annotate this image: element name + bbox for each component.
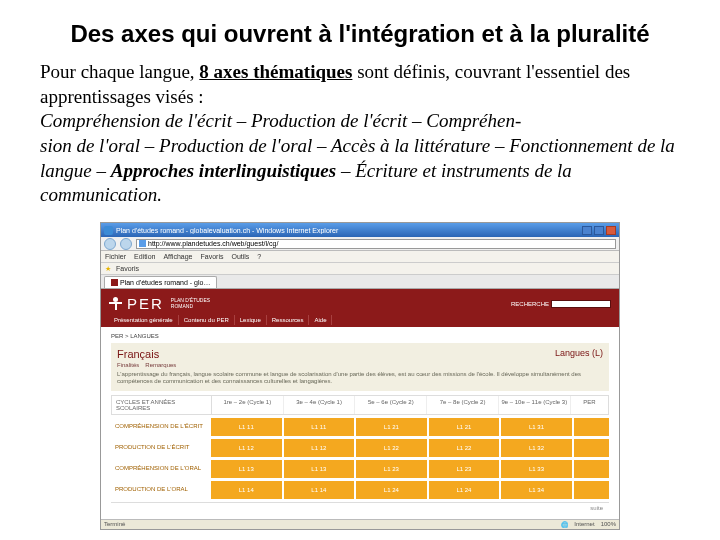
axis-cell[interactable]: L1 22 <box>356 439 427 457</box>
menu-edition[interactable]: Edition <box>134 253 155 260</box>
ie-icon <box>104 226 113 235</box>
window-title-bar: Plan d'études romand - globalevaluation.… <box>101 223 619 237</box>
axis-cell[interactable]: L1 21 <box>356 418 427 436</box>
back-button[interactable] <box>104 238 116 250</box>
axis-cell[interactable]: L1 13 <box>211 460 282 478</box>
svg-rect-0 <box>139 240 146 247</box>
embedded-browser-screenshot: Plan d'études romand - globalevaluation.… <box>100 222 620 529</box>
search-input[interactable] <box>551 300 611 308</box>
axis-cell[interactable]: L1 13 <box>284 460 355 478</box>
axis-cell[interactable]: L1 32 <box>501 439 572 457</box>
cycle-col-4: 7e – 8e (Cycle 2) <box>427 396 499 414</box>
globe-icon: 🌐 <box>561 521 568 528</box>
tab-label: Plan d'études romand - glo… <box>120 279 210 286</box>
minimize-button[interactable] <box>582 226 592 235</box>
axis-cell[interactable]: L1 12 <box>211 439 282 457</box>
axis-cell[interactable] <box>574 439 609 457</box>
axis-cell[interactable]: L1 34 <box>501 481 572 499</box>
zoom-level[interactable]: 100% <box>601 521 616 527</box>
axis-label: Production de l'oral <box>111 481 211 499</box>
window-title: Plan d'études romand - globalevaluation.… <box>116 227 582 234</box>
status-left: Terminé <box>104 521 125 527</box>
nav-aide[interactable]: Aide <box>309 315 332 325</box>
axis-cell[interactable] <box>574 418 609 436</box>
axis-cell[interactable] <box>574 460 609 478</box>
favorites-label[interactable]: Favoris <box>116 265 139 272</box>
cycle-col-1: 1re – 2e (Cycle 1) <box>212 396 284 414</box>
person-icon <box>109 297 123 311</box>
axis-cell[interactable]: L1 12 <box>284 439 355 457</box>
cycle-col-5: 9e – 10e – 11e (Cycle 3) <box>499 396 571 414</box>
axis-cell[interactable]: L1 23 <box>356 460 427 478</box>
menu-affichage[interactable]: Affichage <box>163 253 192 260</box>
sublink-remarques[interactable]: Remarques <box>145 362 176 368</box>
tab-favicon <box>111 279 118 286</box>
slide-title: Des axes qui ouvrent à l'intégration et … <box>40 20 680 48</box>
cycle-col-3: 5e – 6e (Cycle 2) <box>355 396 427 414</box>
nav-contenu[interactable]: Contenu du PER <box>179 315 235 325</box>
menu-help[interactable]: ? <box>257 253 261 260</box>
axis-cell[interactable]: L1 11 <box>211 418 282 436</box>
favorites-bar: ★ Favoris <box>101 263 619 275</box>
axis-cell[interactable]: L1 11 <box>284 418 355 436</box>
para-bold: 8 axes thématiques <box>199 61 352 82</box>
page-body: PER > LANGUES Français Langues (L) Final… <box>101 327 619 518</box>
axis-cell[interactable]: L1 33 <box>501 460 572 478</box>
page-footer-note: suite <box>111 502 609 513</box>
maximize-button[interactable] <box>594 226 604 235</box>
axis-label: Compréhension de l'oral <box>111 460 211 478</box>
axis-cell[interactable]: L1 24 <box>429 481 500 499</box>
breadcrumb: PER > LANGUES <box>111 333 609 339</box>
nav-presentation[interactable]: Présentation générale <box>109 315 179 325</box>
axes-grid: Compréhension de l'écrit L1 11 L1 11 L1 … <box>111 418 609 499</box>
search-label: RECHERCHE <box>511 301 549 307</box>
para-lead: Pour chaque langue, <box>40 61 199 82</box>
themes-1: Compréhension de l'écrit – Production de… <box>40 110 521 131</box>
axis-row: Production de l'écrit L1 12 L1 12 L1 22 … <box>111 439 609 457</box>
menu-bar: Fichier Edition Affichage Favoris Outils… <box>101 251 619 263</box>
themes-bold: Approches interlinguistiques <box>111 160 336 181</box>
close-button[interactable] <box>606 226 616 235</box>
axis-row: Compréhension de l'oral L1 13 L1 13 L1 2… <box>111 460 609 478</box>
cycle-col-2: 3e – 4e (Cycle 1) <box>284 396 356 414</box>
axis-cell[interactable]: L1 21 <box>429 418 500 436</box>
url-text: http://www.plandetudes.ch/web/guest/l/cg… <box>148 240 278 247</box>
nav-ressources[interactable]: Ressources <box>267 315 310 325</box>
favorites-star-icon[interactable]: ★ <box>105 265 111 273</box>
browser-toolbar: http://www.plandetudes.ch/web/guest/l/cg… <box>101 237 619 251</box>
search-box: RECHERCHE <box>511 300 611 308</box>
status-zone: Internet <box>574 521 594 527</box>
site-logo[interactable]: PER PLAN D'ÉTUDESROMAND <box>109 295 210 312</box>
domain-description: L'apprentissage du français, langue scol… <box>117 371 603 385</box>
menu-outils[interactable]: Outils <box>231 253 249 260</box>
axis-cell[interactable] <box>574 481 609 499</box>
menu-fichier[interactable]: Fichier <box>105 253 126 260</box>
axis-cell[interactable]: L1 14 <box>211 481 282 499</box>
axis-label: Compréhension de l'écrit <box>111 418 211 436</box>
axis-cell[interactable]: L1 23 <box>429 460 500 478</box>
browser-status-bar: Terminé 🌐 Internet 100% <box>101 519 619 529</box>
cycle-label: Cycles et années scolaires <box>112 396 212 414</box>
axis-cell[interactable]: L1 14 <box>284 481 355 499</box>
axis-cell[interactable]: L1 24 <box>356 481 427 499</box>
site-header: PER PLAN D'ÉTUDESROMAND RECHERCHE Présen… <box>101 289 619 327</box>
cycle-header-row: Cycles et années scolaires 1re – 2e (Cyc… <box>111 395 609 415</box>
tab-strip: Plan d'études romand - glo… <box>101 275 619 289</box>
domain-badge: Langues (L) <box>555 348 603 358</box>
axis-row: Compréhension de l'écrit L1 11 L1 11 L1 … <box>111 418 609 436</box>
main-nav: Présentation générale Contenu du PER Lex… <box>109 315 611 325</box>
slide-paragraph: Pour chaque langue, 8 axes thématiques s… <box>40 60 680 208</box>
axis-cell[interactable]: L1 22 <box>429 439 500 457</box>
nav-lexique[interactable]: Lexique <box>235 315 267 325</box>
axis-cell[interactable]: L1 31 <box>501 418 572 436</box>
cycle-col-per: PER <box>571 396 608 414</box>
browser-tab[interactable]: Plan d'études romand - glo… <box>104 276 217 288</box>
address-bar[interactable]: http://www.plandetudes.ch/web/guest/l/cg… <box>136 239 616 249</box>
sublink-finalites[interactable]: Finalités <box>117 362 139 368</box>
menu-favoris[interactable]: Favoris <box>200 253 223 260</box>
axis-row: Production de l'oral L1 14 L1 14 L1 24 L… <box>111 481 609 499</box>
logo-text: PER <box>127 295 164 312</box>
forward-button[interactable] <box>120 238 132 250</box>
domain-title: Français <box>117 348 603 360</box>
domain-section: Français Langues (L) Finalités Remarques… <box>111 343 609 390</box>
